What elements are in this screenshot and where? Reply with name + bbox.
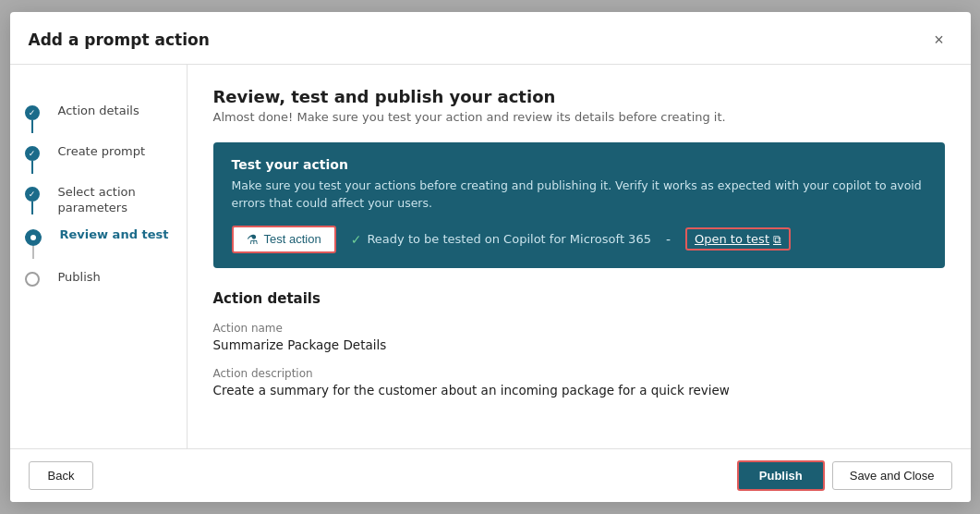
action-description-row: Action description Create a summary for … bbox=[213, 367, 945, 398]
test-card-title: Test your action bbox=[232, 157, 926, 172]
sidebar-item-select-action-parameters[interactable]: ✓ Select action parameters bbox=[10, 179, 187, 222]
action-details-section-title: Action details bbox=[213, 290, 945, 307]
step-label-1: Action details bbox=[58, 104, 139, 119]
step-label-5: Publish bbox=[58, 270, 101, 286]
check-status-icon: ✓ bbox=[351, 232, 362, 247]
step-circle-1: ✓ bbox=[25, 105, 40, 120]
connector-3 bbox=[31, 202, 33, 214]
save-and-close-button[interactable]: Save and Close bbox=[832, 461, 952, 490]
test-card-actions: ⚗ Test action ✓ Ready to be tested on Co… bbox=[232, 226, 926, 253]
step-col-3: ✓ bbox=[25, 185, 40, 214]
action-name-row: Action name Summarize Package Details bbox=[213, 322, 945, 352]
check-icon-1: ✓ bbox=[29, 108, 36, 117]
publish-button[interactable]: Publish bbox=[737, 460, 825, 491]
add-prompt-action-modal: Add a prompt action × ✓ Action d bbox=[10, 12, 971, 502]
check-icon-2: ✓ bbox=[29, 149, 36, 158]
footer-left: Back bbox=[29, 461, 94, 490]
status-text: Ready to be tested on Copilot for Micros… bbox=[367, 232, 651, 246]
action-name-label: Action name bbox=[213, 322, 945, 335]
open-to-test-button[interactable]: Open to test ⧉ bbox=[685, 227, 791, 251]
flask-icon: ⚗ bbox=[247, 232, 259, 247]
test-status: ✓ Ready to be tested on Copilot for Micr… bbox=[351, 232, 651, 247]
modal-footer: Back Publish Save and Close bbox=[10, 448, 971, 502]
separator: - bbox=[666, 232, 671, 247]
connector-2 bbox=[31, 161, 33, 174]
test-card-description: Make sure you test your actions before c… bbox=[232, 177, 926, 213]
page-heading: Review, test and publish your action bbox=[213, 87, 945, 106]
test-action-button[interactable]: ⚗ Test action bbox=[232, 226, 336, 253]
step-circle-4 bbox=[25, 229, 42, 246]
active-dot bbox=[30, 235, 36, 240]
back-button[interactable]: Back bbox=[29, 461, 94, 490]
page-subtext: Almost done! Make sure you test your act… bbox=[213, 110, 945, 124]
modal-body: ✓ Action details ✓ bbox=[10, 65, 971, 448]
sidebar-item-review-and-test[interactable]: Review and test bbox=[10, 222, 187, 264]
check-icon-3: ✓ bbox=[29, 190, 36, 199]
sidebar-steps: ✓ Action details ✓ bbox=[10, 83, 187, 307]
step-label-3: Select action parameters bbox=[58, 185, 172, 216]
open-to-test-label: Open to test bbox=[695, 232, 769, 246]
main-content: Review, test and publish your action Alm… bbox=[188, 65, 971, 448]
connector-4 bbox=[32, 246, 34, 259]
step-label-4: Review and test bbox=[60, 227, 169, 243]
footer-right: Publish Save and Close bbox=[737, 460, 952, 491]
connector-1 bbox=[31, 120, 33, 133]
test-action-card: Test your action Make sure you test your… bbox=[213, 142, 945, 268]
external-link-icon: ⧉ bbox=[773, 233, 781, 246]
close-button[interactable]: × bbox=[926, 27, 952, 53]
modal-header: Add a prompt action × bbox=[10, 12, 971, 65]
action-name-value: Summarize Package Details bbox=[213, 337, 945, 352]
sidebar-item-publish[interactable]: Publish bbox=[10, 264, 187, 292]
action-description-label: Action description bbox=[213, 367, 945, 380]
action-description-value: Create a summary for the customer about … bbox=[213, 383, 945, 398]
step-col-2: ✓ bbox=[25, 144, 40, 174]
step-circle-2: ✓ bbox=[25, 146, 40, 161]
test-action-label: Test action bbox=[264, 232, 321, 246]
sidebar: ✓ Action details ✓ bbox=[10, 65, 188, 448]
step-col-5 bbox=[25, 270, 40, 287]
step-col-4 bbox=[25, 227, 42, 259]
step-col-1: ✓ bbox=[25, 104, 40, 133]
step-label-2: Create prompt bbox=[58, 144, 146, 160]
sidebar-item-create-prompt[interactable]: ✓ Create prompt bbox=[10, 139, 187, 179]
sidebar-item-action-details[interactable]: ✓ Action details bbox=[10, 98, 187, 139]
step-circle-3: ✓ bbox=[25, 187, 40, 202]
step-circle-5 bbox=[25, 272, 40, 287]
modal-title: Add a prompt action bbox=[29, 31, 210, 49]
